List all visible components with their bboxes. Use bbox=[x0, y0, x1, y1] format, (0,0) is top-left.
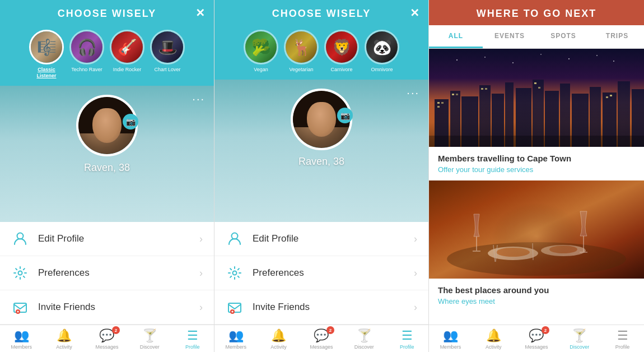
right-nav-profile-label: Profile bbox=[615, 344, 630, 350]
menu-preferences-2[interactable]: Preferences › bbox=[214, 256, 428, 290]
right-nav-activity-label: Activity bbox=[486, 344, 502, 350]
right-panel-title: WHERE TO GO NEXT bbox=[477, 8, 597, 19]
svg-rect-39 bbox=[538, 87, 540, 89]
nav-messages-2[interactable]: 2 💬 Messages bbox=[307, 328, 335, 350]
avatar-indie[interactable]: 🎸 Indie Rocker bbox=[110, 30, 144, 79]
svg-point-14 bbox=[596, 55, 598, 56]
card-body-restaurant: The best places around you Where eyes me… bbox=[429, 279, 644, 311]
nav-discover-2[interactable]: 🍸 Discover bbox=[350, 328, 378, 350]
avatar-techno[interactable]: 🎧 Techno Raver bbox=[69, 30, 104, 79]
right-nav-discover-label: Discover bbox=[570, 344, 589, 350]
svg-point-0 bbox=[17, 233, 24, 239]
svg-rect-40 bbox=[606, 96, 608, 98]
svg-point-15 bbox=[613, 61, 614, 62]
tab-events[interactable]: EVENTS bbox=[483, 25, 536, 48]
svg-point-11 bbox=[512, 62, 514, 63]
right-nav-messages-label: Messages bbox=[525, 344, 548, 350]
chevron-invite-1: › bbox=[199, 302, 203, 313]
panel-2-title: CHOOSE WISELY bbox=[272, 8, 371, 19]
nav-profile-1[interactable]: ☰ Profile bbox=[179, 328, 207, 350]
panel-1-title: CHOOSE WISELY bbox=[58, 8, 156, 19]
more-options-2[interactable]: ··· bbox=[407, 86, 419, 99]
avatar-chart[interactable]: 🎩 Chart Lover bbox=[150, 30, 185, 79]
envelope-icon-2 bbox=[226, 298, 244, 316]
close-button-2[interactable]: ✕ bbox=[410, 6, 421, 20]
panel-1: CHOOSE WISELY ✕ 🎼 Classic Listener 🎧 Tec… bbox=[0, 0, 214, 352]
right-nav-profile[interactable]: ☰ Profile bbox=[609, 328, 637, 350]
bottom-nav-2: 👥 Members 🔔 Activity 2 💬 Messages 🍸 Disc… bbox=[214, 325, 428, 352]
right-members-icon: 👥 bbox=[443, 328, 458, 343]
svg-rect-18 bbox=[461, 96, 478, 147]
tab-spots[interactable]: SPOTS bbox=[536, 25, 590, 48]
nav-profile-label-2: Profile bbox=[400, 344, 414, 350]
avatar-vegan[interactable]: 🥦 Vegan bbox=[244, 30, 278, 73]
tab-trips[interactable]: TRIPS bbox=[590, 25, 644, 48]
right-nav-members[interactable]: 👥 Members bbox=[436, 328, 464, 350]
card-subtitle-cape-town: Offer your tour guide services bbox=[438, 165, 635, 174]
svg-point-12 bbox=[540, 54, 542, 55]
messages-badge-1: 2 bbox=[112, 326, 120, 334]
nav-activity-2[interactable]: 🔔 Activity bbox=[265, 328, 293, 350]
right-tabs: ALL EVENTS SPOTS TRIPS bbox=[429, 25, 644, 49]
camera-button-2[interactable]: 📷 bbox=[337, 108, 353, 123]
members-icon-2: 👥 bbox=[228, 328, 244, 343]
menu-list-1: Edit Profile › Preferences › bbox=[0, 222, 214, 325]
messages-badge-2: 2 bbox=[326, 326, 334, 334]
more-options-1[interactable]: ··· bbox=[192, 92, 205, 105]
svg-rect-17 bbox=[450, 91, 460, 147]
profile-section-1: ··· 📷 Raven, 38 bbox=[0, 86, 214, 222]
right-content: Members travelling to Cape Town Offer yo… bbox=[429, 49, 644, 325]
menu-preferences-1[interactable]: Preferences › bbox=[0, 256, 214, 290]
menu-edit-profile-2[interactable]: Edit Profile › bbox=[214, 222, 428, 256]
tab-all[interactable]: ALL bbox=[429, 25, 483, 48]
menu-invite-1[interactable]: Invite Friends › bbox=[0, 290, 214, 325]
avatar-label-chart: Chart Lover bbox=[154, 67, 180, 73]
profile-section-2: ··· 📷 Raven, 38 bbox=[214, 80, 428, 222]
avatar-omnivore[interactable]: 🐼 Omnivore bbox=[365, 30, 399, 73]
svg-rect-42 bbox=[429, 136, 644, 147]
nav-discover-1[interactable]: 🍸 Discover bbox=[136, 328, 164, 350]
avatar-vegetarian[interactable]: 🦌 Vegetarian bbox=[284, 30, 319, 73]
svg-rect-32 bbox=[441, 102, 444, 104]
right-nav-activity[interactable]: 🔔 Activity bbox=[479, 328, 507, 350]
right-profile-icon: ☰ bbox=[617, 328, 628, 343]
profile-name-1: Raven, 38 bbox=[84, 162, 130, 174]
nav-members-label-1: Members bbox=[11, 344, 32, 350]
menu-invite-2[interactable]: Invite Friends › bbox=[214, 290, 428, 325]
svg-rect-24 bbox=[545, 91, 559, 147]
chevron-invite-2: › bbox=[414, 302, 417, 313]
activity-icon-2: 🔔 bbox=[271, 328, 286, 343]
svg-rect-23 bbox=[533, 80, 544, 147]
nav-members-1[interactable]: 👥 Members bbox=[7, 328, 35, 350]
nav-profile-2[interactable]: ☰ Profile bbox=[393, 328, 421, 350]
menu-invite-label-2: Invite Friends bbox=[253, 302, 414, 313]
nav-discover-label-2: Discover bbox=[354, 344, 374, 350]
svg-point-1 bbox=[18, 271, 22, 275]
card-subtitle-restaurant: Where eyes meet bbox=[438, 297, 635, 305]
right-nav-discover[interactable]: 🍸 Discover bbox=[566, 328, 594, 350]
avatar-classic[interactable]: 🎼 Classic Listener bbox=[29, 30, 64, 79]
card-cape-town[interactable]: Members travelling to Cape Town Offer yo… bbox=[429, 49, 644, 179]
right-nav-messages[interactable]: 2 💬 Messages bbox=[522, 328, 550, 350]
svg-rect-27 bbox=[590, 87, 601, 147]
svg-rect-29 bbox=[618, 81, 630, 147]
card-restaurant[interactable]: The best places around you Where eyes me… bbox=[429, 180, 644, 311]
nav-members-label-2: Members bbox=[225, 344, 246, 350]
svg-point-13 bbox=[568, 58, 570, 59]
svg-rect-22 bbox=[516, 88, 531, 147]
menu-edit-profile-1[interactable]: Edit Profile › bbox=[0, 222, 214, 256]
avatar-label-indie: Indie Rocker bbox=[113, 67, 142, 73]
avatar-label-classic: Classic Listener bbox=[29, 67, 64, 79]
avatars-row-2: 🥦 Vegan 🦌 Vegetarian 🦁 Carnivore 🐼 Omniv… bbox=[214, 25, 428, 80]
svg-point-10 bbox=[484, 57, 486, 58]
nav-members-2[interactable]: 👥 Members bbox=[222, 328, 250, 350]
avatar-carnivore[interactable]: 🦁 Carnivore bbox=[324, 30, 359, 73]
svg-rect-38 bbox=[534, 82, 536, 84]
avatar-circle-indie: 🎸 bbox=[110, 30, 144, 64]
camera-button-1[interactable]: 📷 bbox=[123, 114, 138, 129]
nav-messages-1[interactable]: 2 💬 Messages bbox=[93, 328, 121, 350]
profile-icon-2: ☰ bbox=[402, 328, 413, 343]
nav-activity-1[interactable]: 🔔 Activity bbox=[50, 328, 78, 350]
svg-rect-36 bbox=[481, 88, 483, 90]
close-button-1[interactable]: ✕ bbox=[195, 6, 206, 20]
